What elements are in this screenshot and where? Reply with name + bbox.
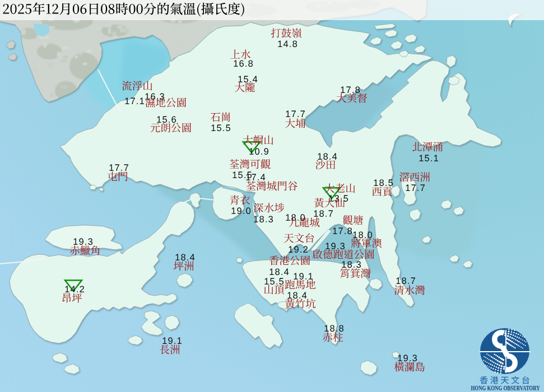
svg-text:HONG KONG OBSERVATORY: HONG KONG OBSERVATORY [471,385,540,392]
